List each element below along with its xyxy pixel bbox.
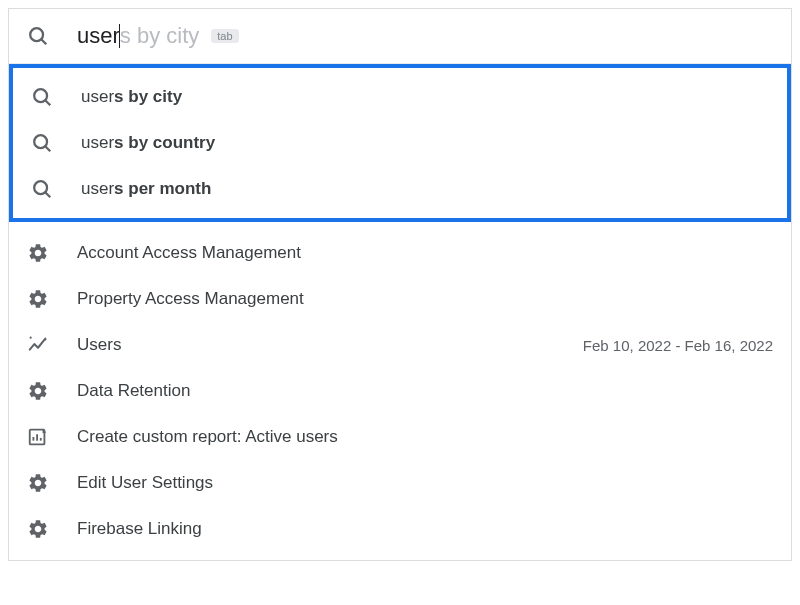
search-icon — [31, 178, 53, 200]
result-label: Edit User Settings — [77, 473, 773, 493]
svg-line-7 — [45, 192, 50, 197]
gear-icon — [27, 472, 49, 494]
search-typed-text: user — [77, 23, 120, 49]
search-input[interactable]: users by city tab — [77, 23, 239, 49]
gear-icon — [27, 242, 49, 264]
search-panel: users by city tab users by city users by… — [8, 8, 792, 561]
search-ghost-text: s by city — [120, 23, 199, 49]
gear-icon — [27, 288, 49, 310]
result-label: Account Access Management — [77, 243, 773, 263]
result-label: Create custom report: Active users — [77, 427, 773, 447]
result-label: Property Access Management — [77, 289, 773, 309]
result-date-range: Feb 10, 2022 - Feb 16, 2022 — [583, 337, 773, 354]
result-item-edit-user-settings[interactable]: Edit User Settings — [9, 460, 791, 506]
svg-point-4 — [34, 135, 47, 148]
suggestion-text: users per month — [81, 179, 769, 199]
suggestion-text: users by city — [81, 87, 769, 107]
search-icon — [27, 25, 49, 47]
search-bar[interactable]: users by city tab — [9, 9, 791, 64]
tab-hint-chip: tab — [211, 29, 238, 43]
result-item-users[interactable]: Users Feb 10, 2022 - Feb 16, 2022 — [9, 322, 791, 368]
svg-point-0 — [30, 28, 43, 41]
other-results: Account Access Management Property Acces… — [9, 222, 791, 560]
result-item-account-access[interactable]: Account Access Management — [9, 230, 791, 276]
suggestion-text: users by country — [81, 133, 769, 153]
trend-icon — [27, 334, 49, 356]
gear-icon — [27, 380, 49, 402]
search-icon — [31, 132, 53, 154]
result-label: Users — [77, 335, 583, 355]
svg-line-3 — [45, 100, 50, 105]
search-icon — [31, 86, 53, 108]
suggestion-item[interactable]: users by country — [13, 120, 787, 166]
result-item-data-retention[interactable]: Data Retention — [9, 368, 791, 414]
result-label: Data Retention — [77, 381, 773, 401]
svg-line-1 — [41, 39, 46, 44]
report-icon — [27, 426, 49, 448]
result-label: Firebase Linking — [77, 519, 773, 539]
gear-icon — [27, 518, 49, 540]
svg-point-8 — [30, 337, 32, 339]
result-item-property-access[interactable]: Property Access Management — [9, 276, 791, 322]
svg-point-6 — [34, 181, 47, 194]
svg-line-5 — [45, 146, 50, 151]
suggestions-box: users by city users by country users per… — [9, 64, 791, 222]
suggestion-item[interactable]: users per month — [13, 166, 787, 212]
result-item-create-report[interactable]: Create custom report: Active users — [9, 414, 791, 460]
svg-point-2 — [34, 89, 47, 102]
suggestion-item[interactable]: users by city — [13, 74, 787, 120]
result-item-firebase-linking[interactable]: Firebase Linking — [9, 506, 791, 552]
